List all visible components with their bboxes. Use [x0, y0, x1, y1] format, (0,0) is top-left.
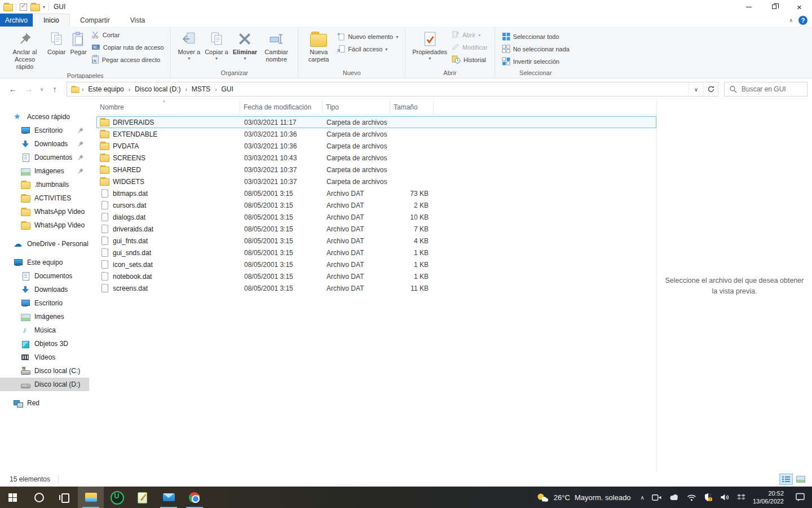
- taskbar-app-button[interactable]: [104, 487, 130, 508]
- new-folder-button[interactable]: Nueva carpeta: [303, 28, 334, 64]
- wifi-icon[interactable]: [687, 494, 696, 501]
- new-item-button[interactable]: Nuevo elemento▾: [334, 30, 400, 43]
- ribbon-tab[interactable]: Inicio: [33, 14, 70, 27]
- volume-icon[interactable]: [720, 493, 730, 501]
- sidebar-item[interactable]: Disco local (D:): [0, 378, 89, 391]
- file-row[interactable]: icon_sets.dat 08/05/2001 3:15 Archivo DA…: [96, 259, 656, 270]
- sidebar-item[interactable]: Downloads: [0, 283, 89, 296]
- sidebar-item[interactable]: .thumbnails: [0, 178, 89, 191]
- chevron-up-icon[interactable]: ∧: [641, 494, 645, 501]
- address-dropdown-icon[interactable]: ∨: [689, 82, 703, 96]
- sidebar-item[interactable]: Documentos: [0, 151, 89, 164]
- properties-button[interactable]: Propiedades▾: [410, 28, 449, 62]
- column-header-date[interactable]: Fecha de modificación: [240, 100, 323, 115]
- close-button[interactable]: ×: [787, 0, 812, 14]
- sidebar-item[interactable]: Red: [0, 396, 89, 410]
- delete-button[interactable]: Eliminar▾: [231, 28, 259, 62]
- file-row[interactable]: SHARED 03/03/2021 10:37 Carpeta de archi…: [96, 164, 656, 176]
- easy-access-button[interactable]: Fácil acceso▾: [334, 43, 400, 55]
- taskbar-app-button[interactable]: [0, 487, 26, 508]
- file-row[interactable]: gui_snds.dat 08/05/2001 3:15 Archivo DAT…: [96, 247, 656, 259]
- file-row[interactable]: screens.dat 08/05/2001 3:15 Archivo DAT …: [96, 282, 656, 294]
- file-row[interactable]: driveraids.dat 08/05/2001 3:15 Archivo D…: [96, 223, 656, 235]
- file-row[interactable]: PVDATA 03/03/2021 10:36 Carpeta de archi…: [96, 140, 656, 152]
- sidebar-item[interactable]: WhatsApp Video: [0, 205, 89, 218]
- rename-button[interactable]: Cambiar nombre: [259, 28, 293, 64]
- properties-icon[interactable]: ✓: [20, 3, 27, 11]
- collapse-ribbon-icon[interactable]: ∧: [789, 17, 793, 23]
- breadcrumb-segment[interactable]: Disco local (D:): [133, 85, 183, 93]
- sidebar-item[interactable]: Documentos: [0, 269, 89, 283]
- search-box[interactable]: [724, 82, 807, 97]
- file-row[interactable]: DRIVERAIDS 03/03/2021 11:17 Carpeta de a…: [96, 116, 656, 128]
- thumbnails-view-button[interactable]: [794, 474, 807, 485]
- open-button[interactable]: Abrir▾: [449, 29, 490, 41]
- taskbar-app-button[interactable]: [130, 487, 156, 508]
- refresh-button[interactable]: [703, 82, 718, 96]
- sidebar-item[interactable]: Objetos 3D: [0, 337, 89, 351]
- back-button[interactable]: ←: [6, 82, 20, 97]
- sidebar-item[interactable]: Escritorio: [0, 124, 89, 137]
- taskbar-clock[interactable]: 20:52 13/06/2022: [753, 489, 784, 506]
- onedrive-icon[interactable]: [669, 494, 679, 501]
- file-row[interactable]: SCREENS 03/03/2021 10:43 Carpeta de arch…: [96, 152, 656, 164]
- sidebar-item[interactable]: OneDrive - Personal: [0, 237, 89, 251]
- taskbar-app-button[interactable]: [182, 487, 208, 508]
- copy-button[interactable]: Copiar: [45, 28, 68, 57]
- edit-button[interactable]: Modificar: [449, 41, 490, 54]
- tab-archivo[interactable]: Archivo: [0, 14, 33, 27]
- select-none-button[interactable]: No seleccionar nada: [500, 43, 572, 55]
- meet-now-icon[interactable]: [652, 494, 661, 501]
- action-center-icon[interactable]: [796, 493, 805, 502]
- taskbar-app-button[interactable]: [26, 487, 52, 508]
- select-all-button[interactable]: Seleccionar todo: [500, 30, 572, 43]
- recent-locations-icon[interactable]: ∨: [37, 82, 46, 97]
- copy-path-button[interactable]: W... Copiar ruta de acceso: [89, 41, 166, 54]
- move-to-button[interactable]: Mover a▾: [175, 28, 202, 62]
- paste-button[interactable]: Pegar: [68, 28, 89, 57]
- dropbox-icon[interactable]: [737, 493, 745, 501]
- details-view-button[interactable]: [779, 474, 793, 485]
- file-row[interactable]: cursors.dat 08/05/2001 3:15 Archivo DAT …: [96, 199, 656, 211]
- sidebar-item[interactable]: WhatsApp Video: [0, 218, 89, 232]
- sidebar-item[interactable]: Imágenes: [0, 310, 89, 323]
- restore-button[interactable]: [761, 0, 787, 14]
- sidebar-item[interactable]: Vídeos: [0, 351, 89, 364]
- sidebar-item[interactable]: Este equipo: [0, 256, 89, 269]
- column-header-type[interactable]: Tipo: [323, 100, 390, 115]
- minimize-button[interactable]: [736, 0, 761, 14]
- breadcrumb-segment[interactable]: MSTS: [189, 85, 213, 93]
- help-icon[interactable]: ?: [798, 16, 807, 25]
- file-row[interactable]: gui_fnts.dat 08/05/2001 3:15 Archivo DAT…: [96, 235, 656, 247]
- sidebar-item[interactable]: Escritorio: [0, 296, 89, 310]
- toolbar-dropdown-icon[interactable]: ▾: [43, 5, 45, 10]
- forward-button[interactable]: →: [21, 82, 36, 97]
- ribbon-tab[interactable]: Vista: [120, 14, 155, 27]
- new-folder-icon[interactable]: [30, 3, 39, 11]
- sidebar-item[interactable]: Música: [0, 323, 89, 337]
- breadcrumb-segment[interactable]: GUI: [219, 85, 235, 93]
- column-header-name[interactable]: ∧ Nombre: [96, 100, 240, 115]
- paste-shortcut-button[interactable]: Pegar acceso directo: [89, 54, 166, 66]
- file-row[interactable]: EXTENDABLE 03/03/2021 10:36 Carpeta de a…: [96, 128, 656, 140]
- history-button[interactable]: Historial: [449, 54, 490, 66]
- pin-to-quick-access-button[interactable]: Anclar al Acceso rápido: [5, 28, 45, 72]
- sidebar-item[interactable]: ACTIVITIES: [0, 191, 89, 205]
- file-row[interactable]: bitmaps.dat 08/05/2001 3:15 Archivo DAT …: [96, 187, 656, 199]
- up-button[interactable]: ↑: [47, 82, 62, 97]
- defender-warning-icon[interactable]: [704, 493, 713, 502]
- copy-to-button[interactable]: Copiar a▾: [202, 28, 231, 62]
- file-row[interactable]: dialogs.dat 08/05/2001 3:15 Archivo DAT …: [96, 211, 656, 223]
- address-bar[interactable]: ›Este equipo ›Disco local (D:) ›MSTS ›GU…: [67, 82, 718, 97]
- taskbar-app-button[interactable]: [78, 487, 104, 508]
- taskbar-app-button[interactable]: [52, 487, 78, 508]
- invert-selection-button[interactable]: Invertir selección: [500, 55, 572, 68]
- sidebar-item[interactable]: Imágenes: [0, 164, 89, 178]
- weather-widget[interactable]: 26°C Mayorm. soleado: [535, 493, 633, 502]
- taskbar-app-button[interactable]: [156, 487, 182, 508]
- sidebar-item[interactable]: Acceso rápido: [0, 110, 89, 124]
- file-row[interactable]: WIDGETS 03/03/2021 10:37 Carpeta de arch…: [96, 176, 656, 187]
- ribbon-tab[interactable]: Compartir: [70, 14, 120, 27]
- column-header-size[interactable]: Tamaño: [390, 100, 434, 115]
- breadcrumb-segment[interactable]: Este equipo: [86, 85, 126, 93]
